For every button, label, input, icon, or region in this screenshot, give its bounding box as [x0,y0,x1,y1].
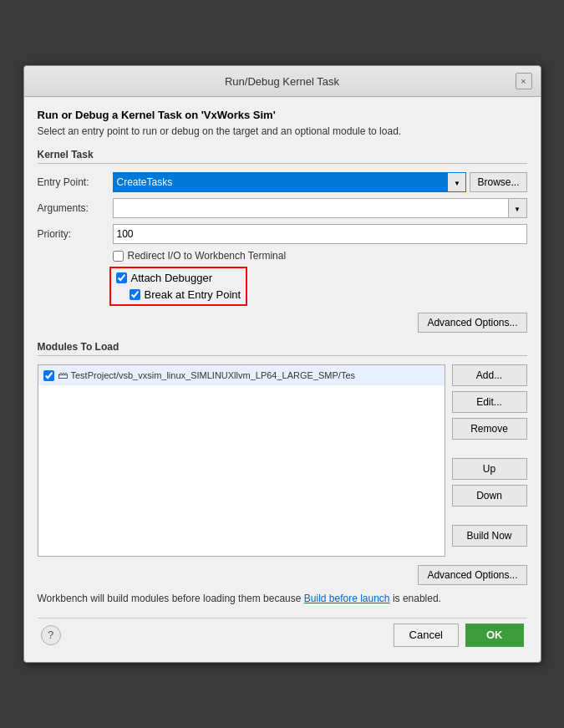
modules-content: 🗃 TestProject/vsb_vxsim_linux_SIMLINUXll… [38,364,527,557]
spacer2 [452,512,527,520]
break-at-entry-row: Break at Entry Point [130,288,241,301]
spacer [452,445,527,453]
advanced-options-button[interactable]: Advanced Options... [418,313,526,333]
priority-label: Priority: [38,228,113,240]
dialog-body: Run or Debug a Kernel Task on 'VxWorks S… [24,97,541,662]
redirect-io-label[interactable]: Redirect I/O to Workbench Terminal [128,250,287,262]
redirect-io-checkbox[interactable] [113,251,124,262]
modules-list: 🗃 TestProject/vsb_vxsim_linux_SIMLINUXll… [38,364,445,557]
ok-button[interactable]: OK [465,624,524,647]
bottom-advanced-options-button[interactable]: Advanced Options... [418,565,526,585]
bottom-advanced-wrap: Advanced Options... [38,565,527,585]
cancel-button[interactable]: Cancel [394,624,459,647]
build-now-button[interactable]: Build Now [452,525,527,547]
footer-buttons: Cancel OK [394,624,524,647]
modules-buttons: Add... Edit... Remove Up Down Build Now [452,364,527,557]
attach-debugger-label[interactable]: Attach Debugger [131,272,213,284]
entry-point-dropdown-btn[interactable] [448,172,466,192]
priority-control [113,224,527,244]
debugger-options-box: Attach Debugger Break at Entry Point [109,267,248,306]
info-text-after: is enabled. [390,593,441,604]
modules-section-header: Modules To Load [38,341,527,356]
priority-input[interactable] [113,224,527,244]
help-button[interactable]: ? [41,625,61,645]
advanced-options-wrap: Advanced Options... [38,313,527,333]
arguments-input[interactable] [114,199,508,217]
list-item[interactable]: 🗃 TestProject/vsb_vxsim_linux_SIMLINUXll… [38,365,445,385]
dialog-description: Select an entry point to run or debug on… [38,125,527,139]
browse-button[interactable]: Browse... [470,172,526,192]
module-icon: 🗃 [58,369,68,381]
kernel-task-section-header: Kernel Task [38,149,527,164]
redirect-io-row: Redirect I/O to Workbench Terminal [113,250,527,262]
arguments-control [113,198,527,218]
attach-debugger-row: Attach Debugger [116,272,241,284]
attach-debugger-checkbox[interactable] [116,272,127,283]
arguments-dropdown-btn[interactable] [508,199,526,217]
down-button[interactable]: Down [452,485,527,507]
module-checkbox[interactable] [43,370,54,381]
add-button[interactable]: Add... [452,364,527,386]
info-text-before: Workbench will build modules before load… [38,593,304,604]
dialog-header-title: Run or Debug a Kernel Task on 'VxWorks S… [38,109,527,121]
info-text: Workbench will build modules before load… [38,592,527,606]
break-at-entry-checkbox[interactable] [130,289,140,300]
dialog-footer: ? Cancel OK [38,618,527,654]
chevron-down-icon [454,178,460,187]
priority-row: Priority: [38,224,527,244]
close-button[interactable]: × [516,73,532,89]
module-path: TestProject/vsb_vxsim_linux_SIMLINUXllvm… [71,370,356,380]
entry-point-label: Entry Point: [38,176,113,188]
arguments-label: Arguments: [38,202,113,214]
entry-point-row: Entry Point: Browse... [38,172,527,192]
up-button[interactable]: Up [452,458,527,480]
edit-button[interactable]: Edit... [452,391,527,413]
dialog-title: Run/Debug Kernel Task [49,75,516,88]
entry-point-control: Browse... [113,172,527,192]
title-bar: Run/Debug Kernel Task × [24,66,541,97]
arguments-row: Arguments: [38,198,527,218]
chevron-down-icon [514,204,521,213]
break-at-entry-label[interactable]: Break at Entry Point [145,288,241,301]
run-debug-dialog: Run/Debug Kernel Task × Run or Debug a K… [23,65,541,663]
entry-point-input[interactable] [113,172,449,192]
remove-button[interactable]: Remove [452,418,527,440]
build-before-launch-link[interactable]: Build before launch [304,593,390,604]
